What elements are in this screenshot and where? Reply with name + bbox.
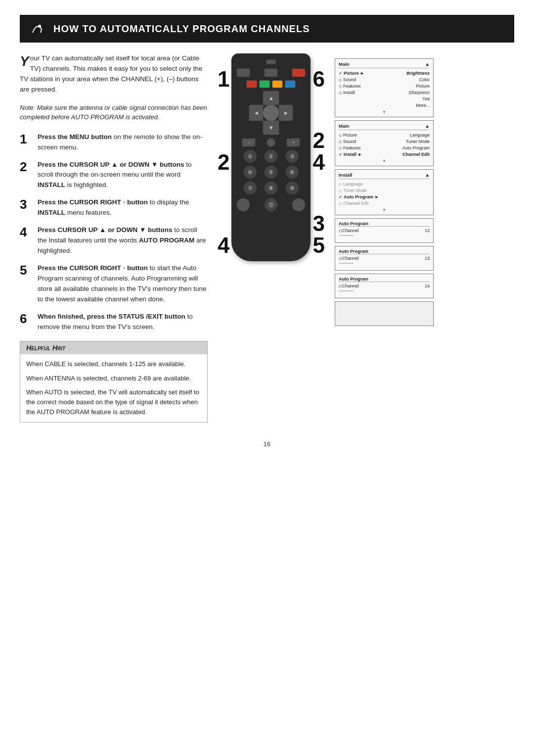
- badge-4-right: 4: [312, 151, 324, 173]
- step-2-bold: Press the CURSOR UP ▲ or DOWN ▼ buttons: [38, 161, 184, 168]
- ir-emitter: [266, 59, 276, 64]
- screen-6-row: ◇Channel 14: [339, 283, 430, 289]
- hint-item-1: When CABLE is selected, channels 1-125 a…: [26, 359, 201, 369]
- screen-2-row4-r: Channel Edit: [402, 152, 430, 157]
- step-3-number: 3: [20, 197, 34, 212]
- input-btn[interactable]: [264, 68, 278, 77]
- screen-4: Auto Program ◇Channel 12 ◦◦◦◦◦◦◦◦◦◦◦◦◦◦◦…: [335, 218, 434, 243]
- screen-1-row1-left: ✓Picture ►: [339, 71, 364, 76]
- dpad-left[interactable]: ◄: [249, 104, 264, 121]
- left-arrow-icon: ◄: [254, 110, 259, 116]
- yellow-btn[interactable]: [272, 80, 283, 88]
- screen-3-footer: ▼: [339, 208, 430, 212]
- note-text: Note: Make sure the antenna or cable sig…: [20, 103, 208, 122]
- screen-7-empty: [335, 301, 434, 326]
- screen-3-row2-l: ◇Tuner Mode: [339, 188, 367, 193]
- screen-1-row4-right: Sharpness: [408, 90, 430, 95]
- num-2[interactable]: ②: [264, 149, 278, 163]
- num-8[interactable]: ⑧: [264, 181, 278, 195]
- num-1[interactable]: ①: [243, 149, 257, 163]
- step-1-text: Press the MENU button on the remote to s…: [38, 132, 208, 153]
- dpad-right[interactable]: ►: [278, 104, 293, 121]
- bottom-btn-right[interactable]: [292, 198, 306, 212]
- screen-3-row-3: ✓Auto Program ►: [339, 193, 430, 200]
- num-6[interactable]: ⑥: [285, 165, 299, 179]
- screen-2-row1-l: ◇Picture: [339, 133, 357, 138]
- screen-3-row-1: ◇Language: [339, 181, 430, 187]
- screen-1: Main ▲ ✓Picture ► Brightness ◇Sound Colo…: [335, 58, 434, 117]
- screen-4-ch-label: ◇Channel: [339, 228, 359, 233]
- colored-buttons: [236, 80, 306, 88]
- screen-6-dots: ◦◦◦◦◦◦◦◦◦◦◦◦◦◦◦◦◦◦◦◦: [339, 289, 430, 292]
- red-btn[interactable]: [246, 80, 257, 88]
- num-0[interactable]: ⓪: [264, 198, 278, 212]
- badge-1: 1: [218, 68, 229, 90]
- bottom-btn-left[interactable]: [236, 198, 250, 212]
- screen-1-row-3: ◇Features Picture: [339, 83, 430, 89]
- badge-4-left: 4: [218, 235, 229, 256]
- step-6: 6 When finished, press the STATUS /EXIT …: [20, 312, 208, 332]
- screen-1-row3-left: ◇Features: [339, 84, 361, 89]
- step-3-bold: Press the CURSOR RIGHT ◦ button: [38, 198, 148, 206]
- num-3[interactable]: ③: [285, 149, 299, 163]
- screen-1-row-1: ✓Picture ► Brightness: [339, 70, 430, 76]
- screen-2-row-4: ✓Install ► Channel Edit: [339, 151, 430, 157]
- screen-2-title: Main: [339, 123, 350, 129]
- step-4-text: Press CURSOR UP ▲ or DOWN ▼ buttons to s…: [38, 225, 208, 256]
- screen-1-row6-right: More...: [416, 103, 430, 108]
- menu-btn[interactable]: [292, 68, 306, 77]
- vol-plus[interactable]: +: [286, 138, 300, 147]
- screen-1-title: Main: [339, 61, 350, 67]
- step-1-bold: Press the MENU button: [38, 133, 112, 141]
- right-arrow-icon: ►: [283, 110, 289, 116]
- screen-3-row-2: ◇Tuner Mode: [339, 187, 430, 193]
- hint-content: When CABLE is selected, channels 1-125 a…: [20, 354, 207, 422]
- step-5-number: 5: [20, 263, 34, 278]
- screen-2-header: Main ▲: [339, 123, 430, 130]
- screen-2-row-3: ◇Features Auto Program: [339, 144, 430, 151]
- screen-3-row-4: ◇Channel Edit: [339, 200, 430, 206]
- num-5[interactable]: ⑤: [264, 165, 278, 179]
- title-icon: [29, 20, 46, 38]
- num-4[interactable]: ④: [243, 165, 257, 179]
- vol-area: – +: [236, 138, 306, 147]
- screen-1-row3-right: Picture: [416, 84, 430, 89]
- screen-1-row4-left: ◇Install: [339, 90, 355, 95]
- dpad-up[interactable]: ▲: [263, 91, 279, 105]
- mute-btn[interactable]: [267, 138, 275, 147]
- num-7[interactable]: ⑦: [243, 181, 257, 195]
- badge-6: 6: [312, 68, 324, 90]
- screen-1-header: Main ▲: [339, 61, 430, 68]
- screen-2-row4-l: ✓Install ►: [339, 152, 362, 157]
- dpad-center[interactable]: [263, 104, 279, 121]
- screen-1-arrow-up: ▲: [425, 61, 430, 67]
- screen-2-arrow: ▲: [425, 123, 430, 129]
- main-content: Your TV can automatically set itself for…: [20, 53, 514, 430]
- step-5-bold: Press the CURSOR RIGHT ◦ button: [38, 264, 148, 272]
- vol-minus[interactable]: –: [242, 138, 256, 147]
- screen-1-row-5: Tint: [339, 95, 430, 102]
- badge-5: 5: [312, 235, 324, 256]
- right-column: 1 2 4: [218, 53, 514, 430]
- screen-2-row3-l: ◇Features: [339, 145, 361, 150]
- steps-list: 1 Press the MENU button on the remote to…: [20, 132, 208, 332]
- hint-box: Helpful Hint When CABLE is selected, cha…: [20, 341, 208, 423]
- screen-3-row4-l: ◇Channel Edit: [339, 201, 369, 206]
- screen-5-ch-value: 13: [425, 256, 430, 261]
- green-btn[interactable]: [259, 80, 270, 88]
- diagram-area: 1 2 4: [218, 53, 325, 266]
- screen-5-row: ◇Channel 13: [339, 255, 430, 261]
- blue-btn[interactable]: [285, 80, 296, 88]
- step-3: 3 Press the CURSOR RIGHT ◦ button to dis…: [20, 197, 208, 218]
- left-badges: 1 2 4: [218, 53, 229, 266]
- num-9[interactable]: ⑨: [285, 181, 299, 195]
- screen-1-row2-right: Color: [419, 77, 430, 82]
- dpad-down[interactable]: ▼: [263, 120, 279, 135]
- screen-1-row1-right: Brightness: [406, 71, 430, 76]
- step-2: 2 Press the CURSOR UP ▲ or DOWN ▼ button…: [20, 160, 208, 191]
- power-btn[interactable]: [236, 68, 250, 77]
- drop-cap: Y: [20, 54, 29, 68]
- screen-2-row-1: ◇Picture Language: [339, 132, 430, 138]
- remote-control: ▲ ▼ ◄ ►: [231, 53, 311, 261]
- step-4-bold: Press CURSOR UP ▲ or DOWN ▼ buttons: [38, 226, 173, 234]
